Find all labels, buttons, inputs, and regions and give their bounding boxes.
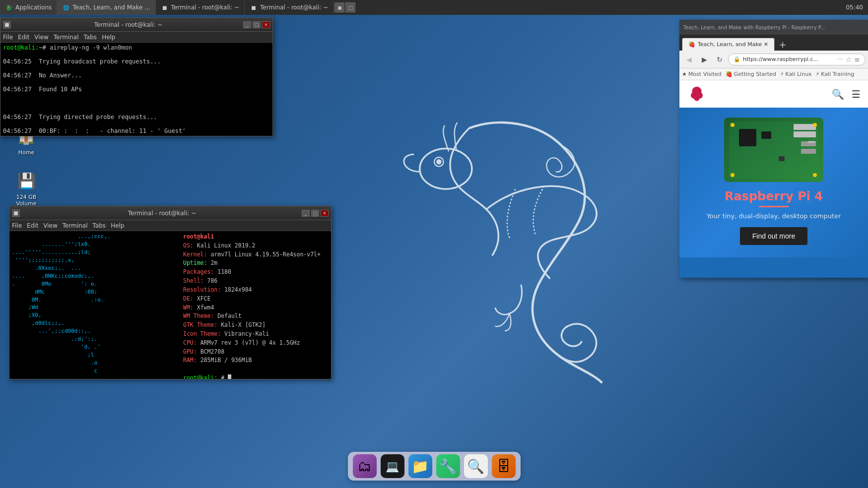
bookmark-icon[interactable]: ☆ (846, 56, 852, 63)
menu-terminal-b[interactable]: Terminal (63, 222, 88, 229)
terminal-bottom-maximize[interactable]: □ (311, 210, 319, 217)
wm-btn-2[interactable]: □ (345, 2, 355, 12)
search-icon-glyph: 🔍 (467, 458, 484, 475)
bookmark-most-visited-label: Most Visited (688, 71, 722, 77)
pcb-cpu-chip (739, 129, 756, 146)
browser-window-title: Teach, Learn, and Make with Raspberry Pi… (683, 25, 864, 30)
browser-tab-label: Teach, Learn, and Make ✕ (698, 41, 768, 48)
browser-url-bar[interactable]: 🔒 https://www.raspberrypi.c... ··· ☆ ≡ (728, 54, 866, 65)
terminal-bottom-icon: ■ (12, 209, 20, 217)
menu-view-b[interactable]: View (43, 222, 57, 229)
browser-titlebar: Teach, Learn, and Make with Raspberry Pi… (679, 20, 868, 35)
terminal-top-title: Terminal - root@kali: ~ (13, 21, 243, 28)
desktop-icon-volume[interactable]: 💾 124 GB Volume (9, 166, 44, 209)
dock-file-manager-icon[interactable]: 🗄 (492, 454, 516, 478)
browser-back-button[interactable]: ◀ (682, 53, 696, 66)
terminal-bottom-minimize[interactable]: _ (302, 210, 310, 217)
dock-terminal-icon[interactable]: 💻 (381, 454, 404, 478)
terminal-top-content[interactable]: root@kali:~# aireplay-ng -9 wlan0mon 04:… (0, 43, 272, 136)
pcb-hdmi-port2 (801, 149, 816, 154)
reader-icon[interactable]: ≡ (854, 56, 860, 63)
menu-file[interactable]: File (3, 34, 13, 41)
browser-tab-active[interactable]: 🍓 Teach, Learn, and Make ✕ (682, 38, 775, 51)
taskbar-terminal1[interactable]: ■ Terminal - root@kali: ~ (156, 0, 245, 15)
terminal-top-titlebar[interactable]: ■ Terminal - root@kali: ~ _ □ ✕ (0, 18, 272, 32)
taskbar-tab-browser[interactable]: 🌐 Teach, Learn, and Make ... (57, 0, 155, 15)
terminal-bottom-menubar: File Edit View Terminal Tabs Help (9, 220, 331, 231)
bookmark-star-icon: ★ (682, 71, 687, 77)
taskbar-applications[interactable]: 🐉 Applications (0, 0, 57, 15)
terminal-top-minimize[interactable]: _ (243, 21, 251, 28)
terminal-top-close[interactable]: ✕ (262, 21, 270, 28)
wm-buttons: ▣ □ (334, 2, 355, 12)
menu-nav-icon[interactable]: ☰ (852, 88, 861, 100)
rpi-nav-icons: 🔍 ☰ (832, 88, 861, 100)
menu-help-b[interactable]: Help (111, 222, 124, 229)
pcb-ram-chip (761, 131, 771, 139)
terminal-window-bottom: ■ Terminal - root@kali: ~ _ □ ✕ File Edi… (9, 206, 332, 379)
browser-new-tab-button[interactable]: + (776, 38, 789, 51)
dock-search-tool-icon[interactable]: 🔧 (436, 454, 460, 478)
bookmark-kali-linux[interactable]: ⚡ Kali Linux (780, 71, 812, 77)
dock-search-icon[interactable]: 🔍 (464, 454, 488, 478)
folder-icon-glyph: 📁 (411, 458, 429, 475)
menu-edit-b[interactable]: Edit (27, 222, 38, 229)
browser-refresh-button[interactable]: ↻ (713, 53, 727, 66)
search-tool-icon-glyph: 🔧 (439, 458, 457, 475)
menu-file-b[interactable]: File (12, 222, 22, 229)
terminal-bottom-close[interactable]: ✕ (321, 210, 329, 217)
wm-btn-1[interactable]: ▣ (334, 2, 344, 12)
svg-point-2 (437, 160, 440, 164)
taskbar-terminal2[interactable]: ■ Terminal - root@kali: ~ (245, 0, 334, 15)
menu-view[interactable]: View (34, 34, 48, 41)
pcb-hdmi-label: HDMI (808, 140, 815, 143)
bookmark-getting-started[interactable]: 🍓 Getting Started (726, 71, 776, 77)
svg-point-6 (694, 95, 699, 101)
applications-label: Applications (15, 4, 52, 11)
menu-tabs-b[interactable]: Tabs (93, 222, 106, 229)
lock-icon: 🔒 (734, 56, 740, 62)
find-out-more-button[interactable]: Find out more (740, 227, 807, 245)
neofetch-info: root@kali OS: Kali Linux 2019.2 Kernel: … (181, 233, 321, 377)
bookmark-kali-training[interactable]: ⚡ Kali Training (816, 71, 855, 77)
terminal-top-maximize[interactable]: □ (253, 21, 261, 28)
menu-edit[interactable]: Edit (18, 34, 29, 41)
browser-tabs: 🍓 Teach, Learn, and Make ✕ + (679, 35, 868, 51)
rpi-board-image: HDMI (724, 118, 823, 182)
browser-forward-button[interactable]: ▶ (697, 53, 711, 66)
bookmark-getting-label: Getting Started (734, 71, 776, 77)
browser-url-text: https://www.raspberrypi.c... (743, 56, 818, 62)
taskbar-terminal2-label: Terminal - root@kali: ~ (260, 4, 328, 11)
file-manager-icon-glyph: 🗄 (497, 458, 511, 475)
terminal-bottom-content[interactable]: ...,;ccc,. .......''';lx0. ....'''''....… (9, 231, 331, 379)
bookmark-most-visited[interactable]: ★ Most Visited (682, 71, 722, 77)
terminal-bottom-titlebar[interactable]: ■ Terminal - root@kali: ~ _ □ ✕ (9, 206, 331, 220)
volume-label: 124 GB Volume (11, 194, 41, 207)
pcb-usb-port2 (794, 131, 816, 137)
browser-tab-favicon: 🍓 (688, 41, 695, 48)
desktop: 🐉 Applications 🌐 Teach, Learn, and Make … (0, 0, 868, 488)
menu-terminal[interactable]: Terminal (54, 34, 79, 41)
product-title: Raspberry Pi 4 (687, 189, 861, 203)
rpi-logo[interactable] (687, 84, 707, 104)
applications-icon: 🐉 (5, 3, 13, 11)
dock-folder-icon[interactable]: 📁 (408, 454, 432, 478)
browser-tab-icon: 🌐 (62, 3, 70, 11)
bookmark-training-icon: ⚡ (816, 71, 820, 77)
neofetch-art: ...,;ccc,. .......''';lx0. ....'''''....… (12, 233, 181, 377)
pcb-led-2 (813, 123, 817, 127)
svg-point-0 (419, 149, 471, 189)
home-label: Home (18, 149, 34, 156)
dock-files-icon[interactable]: 🗂 (353, 454, 377, 478)
terminal-icon-glyph: 💻 (386, 460, 399, 473)
bookmark-kali-icon: ⚡ (780, 71, 784, 77)
terminal1-icon: ■ (161, 3, 169, 11)
bookmark-kali-label: Kali Linux (786, 71, 812, 77)
url-options-icon[interactable]: ··· (837, 56, 843, 63)
search-nav-icon[interactable]: 🔍 (832, 88, 844, 100)
terminal-bottom-title: Terminal - root@kali: ~ (22, 210, 302, 217)
title-underline (759, 206, 789, 207)
menu-tabs[interactable]: Tabs (84, 34, 97, 41)
pcb-led-4 (813, 173, 817, 177)
menu-help[interactable]: Help (102, 34, 115, 41)
